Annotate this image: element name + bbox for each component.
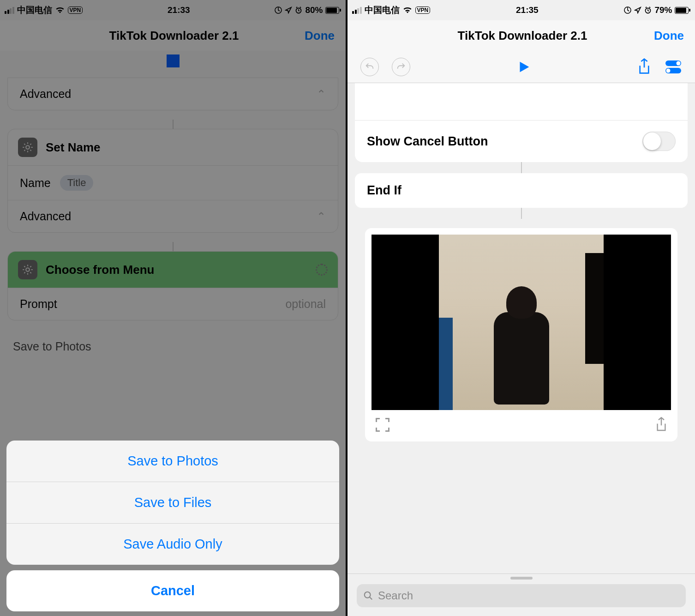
status-time: 21:35 — [516, 5, 539, 15]
action-sheet: Save to Photos Save to Files Save Audio … — [6, 441, 339, 611]
sheet-cancel-button[interactable]: Cancel — [6, 570, 339, 611]
play-button[interactable] — [516, 58, 532, 76]
undo-button[interactable] — [360, 58, 379, 76]
search-icon — [363, 591, 373, 601]
carrier-label: 中国电信 — [365, 4, 400, 16]
show-cancel-toggle[interactable] — [642, 132, 676, 151]
status-bar: 中国电信 VPN 21:35 79% — [348, 0, 695, 20]
svg-point-9 — [666, 68, 671, 72]
share-result-icon[interactable] — [654, 417, 668, 433]
wifi-icon — [402, 6, 413, 14]
toolbar — [348, 51, 695, 83]
battery-pct: 79% — [654, 5, 672, 15]
sheet-option-save-files[interactable]: Save to Files — [6, 482, 339, 524]
grab-handle[interactable] — [510, 577, 533, 580]
sheet-option-save-audio[interactable]: Save Audio Only — [6, 524, 339, 565]
nav-bar: TikTok Downloader 2.1 Done — [348, 20, 695, 51]
show-cancel-label: Show Cancel Button — [367, 134, 488, 149]
sheet-option-save-photos[interactable]: Save to Photos — [6, 441, 339, 482]
page-title: TikTok Downloader 2.1 — [391, 29, 654, 43]
expand-icon[interactable] — [374, 417, 391, 433]
signal-icon — [352, 7, 362, 14]
blank-row — [355, 83, 688, 120]
end-if-block: End If — [355, 173, 688, 208]
search-placeholder: Search — [378, 589, 413, 602]
lock-icon — [624, 6, 631, 14]
share-button[interactable] — [637, 58, 652, 76]
alarm-icon — [644, 6, 652, 14]
vpn-badge: VPN — [415, 6, 431, 14]
done-button[interactable]: Done — [654, 29, 684, 43]
svg-point-10 — [365, 592, 371, 598]
search-panel[interactable]: Search — [348, 574, 695, 616]
battery-icon — [675, 7, 690, 14]
redo-button[interactable] — [392, 58, 410, 76]
video-thumbnail[interactable] — [371, 235, 671, 410]
search-input[interactable]: Search — [357, 584, 686, 607]
svg-point-7 — [677, 61, 681, 65]
location-icon — [634, 6, 641, 14]
settings-toggle-button[interactable] — [665, 59, 682, 75]
result-preview-card — [365, 228, 677, 441]
